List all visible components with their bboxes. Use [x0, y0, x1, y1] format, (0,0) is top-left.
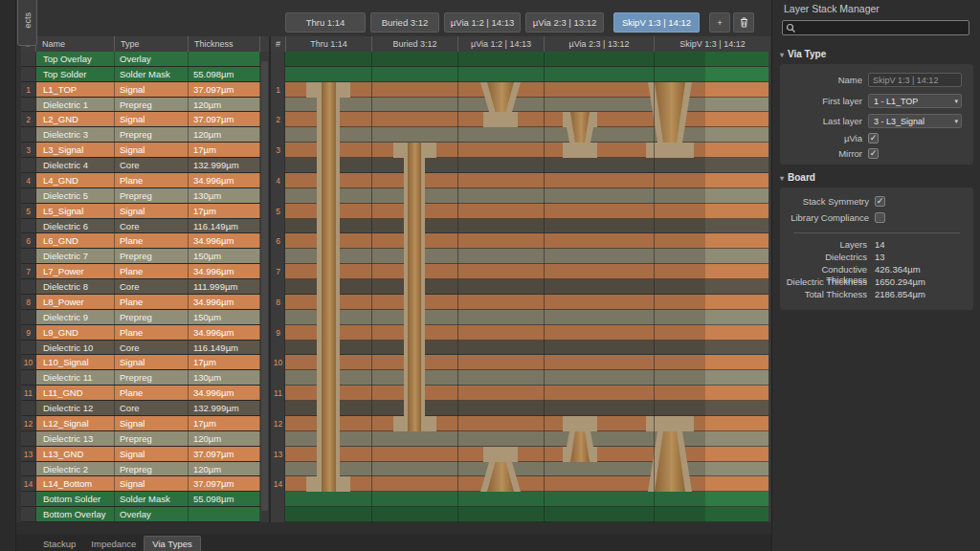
table-row[interactable]: Dielectric 2Prepreg120µm	[21, 462, 260, 476]
table-row[interactable]: 13L13_GNDSignal37.097µm	[21, 447, 260, 462]
table-row[interactable]: Bottom SolderSolder Mask55.098µm	[21, 492, 260, 507]
row-type-cell: Plane	[115, 173, 189, 187]
row-thickness-cell: 34.996µm	[189, 386, 260, 400]
stackup-vertical-scrollbar[interactable]	[260, 52, 269, 522]
row-thickness-cell: 34.996µm	[189, 325, 260, 340]
table-row[interactable]: 12L12_SignalSignal17µm	[21, 416, 260, 431]
library-compliance-checkbox[interactable]	[875, 212, 885, 223]
row-number-cell	[21, 492, 36, 506]
row-thickness-cell: 34.996µm	[189, 295, 260, 309]
row-name-cell: Dielectric 7	[36, 249, 115, 263]
table-row[interactable]: 6L6_GNDPlane34.996µm	[21, 233, 260, 249]
row-number-cell	[21, 249, 36, 263]
via-columns-header: #Thru 1:14Buried 3:12µVia 1:2 | 14:13µVi…	[271, 36, 770, 52]
table-row[interactable]: 14L14_BottomSignal37.097µm	[21, 476, 260, 492]
table-row[interactable]: 9L9_GNDPlane34.996µm	[21, 325, 260, 341]
row-type-cell: Plane	[115, 295, 189, 309]
row-type-cell: Overlay	[115, 52, 189, 66]
table-row[interactable]: 2L2_GNDSignal37.097µm	[21, 112, 260, 127]
table-row[interactable]: Dielectric 9Prepreg150µm	[21, 310, 260, 325]
stat-row: Layers14	[780, 239, 973, 250]
table-row[interactable]: 11L11_GNDPlane34.996µm	[21, 386, 260, 401]
table-row[interactable]: Dielectric 6Core116.149µm	[21, 219, 260, 233]
tab-via-types[interactable]: Via Types	[144, 536, 200, 551]
row-thickness-cell: 55.098µm	[189, 67, 260, 81]
first-layer-dropdown[interactable]: 1 - L1_TOP▾	[868, 94, 962, 108]
mirror-checkbox[interactable]: ✓	[868, 148, 879, 159]
row-thickness-cell	[189, 507, 260, 521]
row-number-cell	[21, 462, 36, 475]
scrollbar-thumb[interactable]	[261, 61, 268, 511]
table-row[interactable]: Bottom OverlayOverlay	[21, 507, 260, 522]
table-row[interactable]: 10L10_SignalSignal17µm	[21, 355, 260, 370]
table-row[interactable]: Top SolderSolder Mask55.098µm	[21, 67, 260, 82]
row-thickness-cell: 120µm	[189, 462, 260, 475]
row-type-cell: Prepreg	[115, 188, 189, 203]
row-thickness-cell: 150µm	[189, 310, 260, 324]
row-number-cell: 5	[21, 204, 36, 218]
row-type-cell: Plane	[115, 386, 189, 400]
table-row[interactable]: Dielectric 5Prepreg130µm	[21, 188, 260, 204]
row-number-cell	[21, 279, 36, 294]
stat-row: Dielectric Thickness1650.294µm	[780, 276, 973, 287]
via-type-button[interactable]: µVia 1:2 | 14:13	[444, 12, 521, 33]
via-type-button[interactable]: Thru 1:14	[285, 12, 366, 33]
table-row[interactable]: Dielectric 7Prepreg150µm	[21, 249, 260, 264]
table-row[interactable]: 8L8_PowerPlane34.996µm	[21, 295, 260, 310]
table-row[interactable]: Dielectric 10Core116.149µm	[21, 341, 260, 355]
uvia-checkbox[interactable]: ✓	[868, 133, 879, 143]
stack-symmetry-label: Stack Symmetry	[780, 196, 875, 207]
via-type-section-header[interactable]: ▾Via Type	[780, 49, 826, 59]
via-type-button[interactable]: Buried 3:12	[370, 12, 439, 33]
table-row[interactable]: 4L4_GNDPlane34.996µm	[21, 173, 260, 188]
table-row[interactable]: Dielectric 3Prepreg120µm	[21, 127, 260, 143]
layer-number: 5	[271, 207, 285, 216]
projects-panel-tab[interactable]: ects	[17, 0, 37, 46]
via-type-button[interactable]: µVia 2:3 | 13:12	[525, 12, 604, 33]
tab-stackup[interactable]: Stackup	[35, 536, 83, 551]
row-name-cell: Top Overlay	[36, 52, 115, 66]
layer-number: 11	[271, 388, 285, 398]
table-row[interactable]: 3L3_SignalSignal17µm	[21, 143, 260, 158]
row-number-cell: 7	[21, 264, 36, 278]
add-via-type-button[interactable]: +	[709, 12, 730, 33]
table-row[interactable]: Top OverlayOverlay	[21, 52, 260, 67]
trash-icon	[740, 17, 748, 28]
table-row[interactable]: Dielectric 8Core111.999µm	[21, 279, 260, 295]
row-thickness-cell: 34.996µm	[189, 264, 260, 278]
row-name-cell: Dielectric 6	[36, 219, 115, 232]
search-box[interactable]	[782, 20, 969, 35]
row-name-cell: L9_GND	[36, 325, 115, 340]
via-type-button[interactable]: SkipV 1:3 | 14:12	[613, 12, 700, 33]
row-name-cell: Dielectric 1	[36, 98, 115, 111]
table-row[interactable]: 1L1_TOPSignal37.097µm	[21, 82, 260, 98]
search-input[interactable]	[796, 23, 959, 33]
board-section-header[interactable]: ▾Board	[780, 172, 815, 183]
table-row[interactable]: Dielectric 1Prepreg120µm	[21, 98, 260, 112]
delete-via-type-button[interactable]	[733, 12, 754, 33]
row-name-cell: L13_GND	[36, 447, 115, 461]
row-name-cell: Bottom Overlay	[36, 507, 115, 521]
row-name-cell: L1_TOP	[36, 82, 115, 97]
tab-impedance[interactable]: Impedance	[83, 536, 144, 551]
row-thickness-cell: 130µm	[189, 370, 260, 385]
row-number-cell	[21, 158, 36, 172]
table-row[interactable]: Dielectric 4Core132.999µm	[21, 158, 260, 173]
column-header-type: Type	[115, 36, 189, 52]
table-row[interactable]: Dielectric 12Core132.999µm	[21, 401, 260, 416]
row-type-cell: Signal	[115, 355, 189, 369]
column-separator	[654, 52, 655, 522]
row-number-cell	[21, 370, 36, 385]
table-row[interactable]: Dielectric 13Prepreg120µm	[21, 431, 260, 447]
row-number-cell: 8	[21, 295, 36, 309]
stackup-table-header: #NameTypeThickness	[21, 36, 260, 52]
library-compliance-label: Library Compliance	[780, 212, 875, 223]
last-layer-dropdown[interactable]: 3 - L3_Signal▾	[868, 114, 962, 128]
table-row[interactable]: 7L7_PowerPlane34.996µm	[21, 264, 260, 279]
row-number-cell	[21, 310, 36, 324]
stack-symmetry-checkbox[interactable]: ✓	[875, 196, 885, 207]
row-number-cell: 4	[21, 173, 36, 187]
table-row[interactable]: 5L5_SignalSignal17µm	[21, 204, 260, 219]
table-row[interactable]: Dielectric 11Prepreg130µm	[21, 370, 260, 386]
row-type-cell: Signal	[115, 416, 189, 430]
